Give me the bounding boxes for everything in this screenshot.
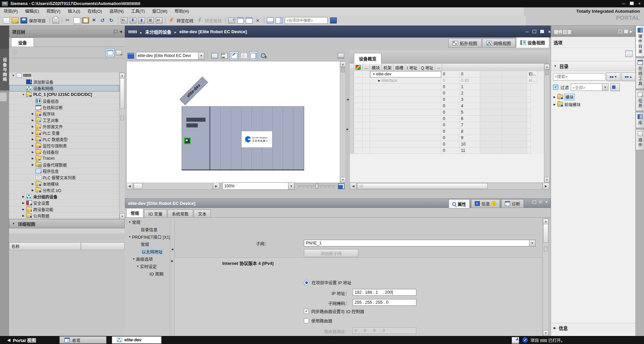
table-row[interactable]: 0 3: [350, 97, 544, 103]
slot-cell[interactable]: 0 X1: [459, 77, 480, 84]
tree-item[interactable]: ▶ 在线备份: [9, 149, 119, 155]
open-catalog-button[interactable]: [114, 48, 123, 57]
tree-item[interactable]: ▶ 未分组的设备: [9, 193, 119, 200]
i-address-cell[interactable]: [480, 135, 502, 141]
window-restore-button[interactable]: [630, 1, 634, 6]
chevron-down-icon[interactable]: ▼: [198, 52, 204, 59]
float-panel-icon[interactable]: [618, 30, 622, 33]
tree-item[interactable]: ▶ Traces: [9, 155, 119, 162]
online-diagnostics-button[interactable]: [228, 16, 236, 24]
properties-tab[interactable]: 诊断 i: [501, 199, 524, 208]
q-address-cell[interactable]: [502, 141, 527, 148]
slot-cell[interactable]: 8: [459, 128, 480, 135]
slot-cell[interactable]: 0: [459, 71, 480, 77]
device-overview-tab[interactable]: 设备概览: [354, 53, 381, 64]
overview-vertical-scrollbar[interactable]: ▲ ▼: [544, 64, 550, 183]
scroll-right-icon[interactable]: ▶: [543, 183, 549, 189]
zoom-slider-handle[interactable]: [315, 184, 318, 188]
device-name-tag[interactable]: elite-dev: [180, 77, 208, 105]
view-tab[interactable]: 拓扑视图: [448, 39, 481, 48]
properties-nav-item[interactable]: ▼ 常规: [126, 218, 170, 226]
chevron-down-icon[interactable]: ▼: [529, 240, 535, 246]
devices-tab[interactable]: 设备: [11, 38, 34, 47]
catalog-tree-item[interactable]: ▶ 模块: [551, 93, 629, 101]
split-horizontal-button[interactable]: [266, 16, 274, 24]
window-close-button[interactable]: ×: [638, 1, 641, 6]
q-address-cell[interactable]: [502, 135, 527, 141]
properties-nav-item[interactable]: 以太网地址: [126, 248, 170, 255]
rack-cell[interactable]: 0: [441, 84, 459, 90]
module-cell[interactable]: [370, 135, 441, 141]
subnet-dropdown[interactable]: PN/IE_1 ▼: [304, 240, 536, 246]
start-cpu-button[interactable]: [146, 16, 154, 24]
editor-float-icon[interactable]: [533, 30, 536, 33]
editor-minimize-icon[interactable]: ─: [525, 29, 528, 34]
table-row[interactable]: 0 5: [350, 109, 544, 116]
table-row[interactable]: ▼elite-dev 0 0 El...: [350, 71, 544, 77]
rail-tab[interactable]: 硬件目录: [636, 25, 644, 57]
rack-cell[interactable]: 0: [441, 97, 459, 103]
menu-item[interactable]: 插入(I): [64, 7, 84, 15]
project-tree-scrollbar[interactable]: ▲ ▼: [119, 72, 125, 220]
portal-view-button[interactable]: ◀ Portal 视图: [7, 337, 36, 343]
tree-item[interactable]: ▼ PLC_1 [CPU 1215C DC/DC/DC]: [9, 92, 119, 98]
i-address-cell[interactable]: [480, 122, 502, 128]
i-address-cell[interactable]: [480, 71, 502, 77]
show-columns-button[interactable]: [249, 51, 258, 60]
rack-navigator-button[interactable]: [126, 51, 135, 60]
module-cell[interactable]: [370, 141, 441, 148]
elite-dev-taskbar-button[interactable]: elite-dev: [112, 336, 162, 344]
table-row[interactable]: ▶Interface 0 0 X1 el...: [350, 77, 544, 84]
type-cell[interactable]: [527, 84, 531, 90]
slot-cell[interactable]: 6: [459, 116, 480, 122]
q-address-cell[interactable]: [502, 116, 527, 122]
slot-cell[interactable]: 2: [459, 90, 480, 97]
properties-nav-item[interactable]: ▼ 实时设定: [126, 263, 170, 270]
collapse-panel-icon[interactable]: ◀: [120, 30, 122, 33]
zoom-button[interactable]: [259, 51, 268, 60]
canvas-table-splitter[interactable]: ◀ ▶: [345, 48, 350, 190]
search-go-button[interactable]: [329, 16, 337, 24]
float-panel-icon[interactable]: [533, 200, 536, 204]
i-address-cell[interactable]: [480, 141, 502, 148]
properties-splitter[interactable]: ◀ ▶: [170, 218, 175, 336]
scroll-left-icon[interactable]: ◀: [126, 183, 133, 189]
module-cell[interactable]: [370, 116, 441, 122]
devices-networks-rail-tab[interactable]: 设备与网络: [0, 49, 9, 91]
slot-cell[interactable]: 5: [459, 109, 480, 116]
canvas-horizontal-scrollbar[interactable]: ◀ ▶ 100% ▼: [126, 182, 345, 190]
download-button[interactable]: [129, 16, 137, 24]
table-row[interactable]: 0 6: [350, 116, 544, 122]
q-address-cell[interactable]: [502, 84, 527, 90]
table-row[interactable]: 0 7: [350, 122, 544, 128]
view-tab[interactable]: 网络视图: [482, 39, 515, 48]
q-address-cell[interactable]: [502, 122, 527, 128]
zoom-slider[interactable]: [298, 183, 335, 189]
project-search-input[interactable]: [285, 17, 328, 24]
filter-dropdown[interactable]: <全部> ▼: [571, 83, 608, 91]
slot-cell[interactable]: 1: [459, 84, 480, 90]
collapse-left-icon[interactable]: ◀: [171, 248, 173, 251]
i-address-cell[interactable]: [480, 77, 502, 84]
module-cell[interactable]: [370, 97, 441, 103]
sort-button[interactable]: [11, 48, 19, 57]
breadcrumb-item[interactable]: tttttt: [128, 29, 137, 34]
chevron-down-icon[interactable]: ▼: [288, 183, 294, 189]
slot-cell[interactable]: 10: [459, 141, 480, 148]
module-cell[interactable]: [370, 148, 441, 154]
slot-cell[interactable]: 7: [459, 122, 480, 128]
scroll-right-icon[interactable]: ▶: [213, 183, 220, 189]
q-address-cell[interactable]: [502, 77, 527, 84]
breadcrumb-item[interactable]: 未分组的设备: [137, 28, 171, 35]
properties-nav-item[interactable]: IO 周期: [126, 270, 170, 277]
delete-button[interactable]: [90, 16, 98, 24]
filter-checkbox[interactable]: ✓: [553, 84, 558, 90]
properties-nav-item[interactable]: ▼ PROFINET接口 [X1]: [126, 233, 170, 240]
receive-alarms-button[interactable]: [236, 16, 244, 24]
type-cell[interactable]: [527, 135, 531, 141]
details-view-caption[interactable]: ▼ 详细视图: [9, 219, 125, 228]
table-row[interactable]: 0 1: [350, 84, 544, 90]
accessible-devices-button[interactable]: [245, 16, 253, 24]
window-minimize-button[interactable]: ─: [622, 1, 625, 6]
go-online-button[interactable]: [168, 16, 176, 24]
